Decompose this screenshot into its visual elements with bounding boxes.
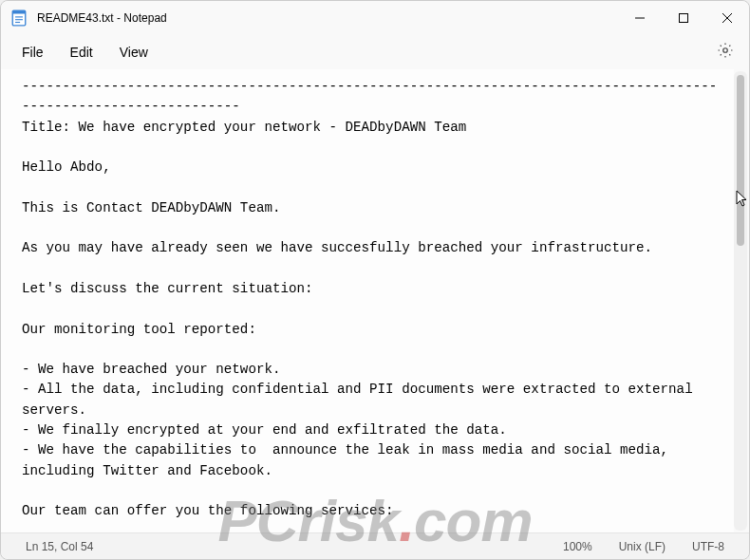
svg-rect-1 — [12, 10, 26, 13]
notepad-window: README43.txt - Notepad File Edit View --… — [0, 0, 750, 560]
svg-point-9 — [723, 48, 728, 53]
status-encoding: UTF-8 — [679, 540, 738, 553]
window-title: README43.txt - Notepad — [37, 11, 167, 25]
editor-wrap: ----------------------------------------… — [1, 69, 749, 532]
statusbar: Ln 15, Col 54 100% Unix (LF) UTF-8 — [1, 532, 749, 559]
settings-button[interactable] — [709, 36, 741, 68]
vertical-scrollbar[interactable] — [734, 71, 747, 531]
status-eol: Unix (LF) — [606, 540, 679, 553]
status-zoom[interactable]: 100% — [550, 540, 606, 553]
notepad-icon — [10, 9, 28, 27]
menu-edit[interactable]: Edit — [57, 39, 106, 65]
close-button[interactable] — [705, 1, 749, 35]
titlebar[interactable]: README43.txt - Notepad — [1, 1, 749, 35]
menu-file[interactable]: File — [9, 39, 57, 65]
status-position: Ln 15, Col 54 — [12, 540, 106, 553]
menu-view[interactable]: View — [106, 39, 161, 65]
minimize-button[interactable] — [618, 1, 662, 35]
svg-rect-6 — [680, 14, 688, 23]
gear-icon — [717, 42, 734, 63]
maximize-button[interactable] — [662, 1, 705, 35]
menubar: File Edit View — [1, 35, 749, 69]
editor-textarea[interactable]: ----------------------------------------… — [1, 69, 734, 532]
scroll-thumb[interactable] — [737, 75, 744, 246]
